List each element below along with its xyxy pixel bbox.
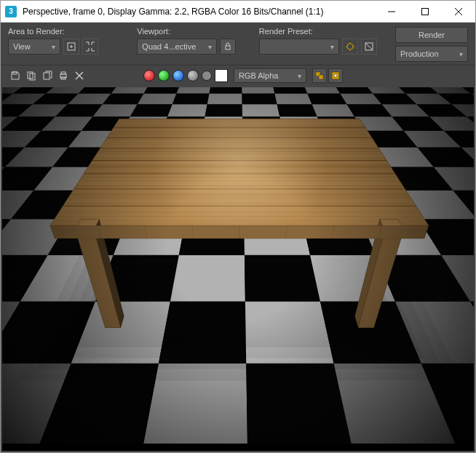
render-window: 3 Perspective, frame 0, Display Gamma: 2… bbox=[0, 0, 476, 453]
viewport-value: Quad 4...ective bbox=[142, 42, 196, 51]
copy-icon[interactable] bbox=[24, 68, 39, 83]
channel-alpha-icon[interactable] bbox=[187, 70, 199, 81]
window-controls bbox=[375, 1, 475, 22]
render-button[interactable]: Render bbox=[395, 27, 468, 43]
render-preset-label: Render Preset: bbox=[259, 27, 381, 36]
render-button-label: Render bbox=[419, 31, 445, 39]
render-toolbar: RGB Alpha bbox=[1, 65, 475, 86]
production-dropdown[interactable]: Production bbox=[395, 46, 468, 62]
production-value: Production bbox=[400, 49, 439, 58]
area-to-render-label: Area to Render: bbox=[8, 27, 122, 36]
channel-mono-icon[interactable] bbox=[202, 71, 212, 81]
svg-rect-8 bbox=[13, 72, 17, 74]
preset-env-icon[interactable] bbox=[361, 39, 377, 55]
app-icon: 3 bbox=[5, 6, 17, 17]
titlebar: 3 Perspective, frame 0, Display Gamma: 2… bbox=[1, 1, 475, 23]
viewport-label: Viewport: bbox=[137, 27, 245, 36]
area-to-render-dropdown[interactable]: View bbox=[8, 39, 60, 55]
window-title: Perspective, frame 0, Display Gamma: 2.2… bbox=[23, 7, 375, 17]
channel-red-icon[interactable] bbox=[143, 70, 155, 81]
viewport-dropdown[interactable]: Quad 4...ective bbox=[137, 39, 217, 55]
print-icon[interactable] bbox=[56, 68, 71, 83]
close-button[interactable] bbox=[442, 1, 475, 22]
render-image bbox=[2, 87, 474, 444]
channel-green-icon[interactable] bbox=[158, 70, 170, 81]
minimize-button[interactable] bbox=[375, 1, 408, 22]
svg-rect-1 bbox=[422, 8, 429, 15]
area-edit-icon[interactable] bbox=[63, 39, 79, 55]
channel-blue-icon[interactable] bbox=[172, 70, 184, 81]
save-icon[interactable] bbox=[8, 68, 23, 83]
viewport-area bbox=[1, 86, 475, 452]
channel-dropdown[interactable]: RGB Alpha bbox=[234, 68, 306, 83]
lock-viewport-button[interactable] bbox=[220, 39, 236, 55]
clone-icon[interactable] bbox=[40, 68, 55, 83]
toggle-overlay-icon[interactable] bbox=[312, 68, 327, 83]
maximize-button[interactable] bbox=[408, 1, 442, 22]
delete-icon[interactable] bbox=[72, 68, 87, 83]
render-preset-dropdown[interactable] bbox=[259, 39, 339, 55]
area-to-render-value: View bbox=[13, 42, 31, 51]
svg-rect-18 bbox=[319, 75, 323, 79]
svg-point-6 bbox=[347, 44, 353, 49]
svg-rect-11 bbox=[44, 73, 49, 79]
area-crop-icon[interactable] bbox=[82, 39, 98, 55]
channel-dropdown-value: RGB Alpha bbox=[239, 71, 278, 80]
render-viewport[interactable] bbox=[2, 87, 474, 451]
svg-point-20 bbox=[334, 74, 337, 77]
toggle-compare-icon[interactable] bbox=[328, 68, 343, 83]
render-options-panel: Area to Render: View Viewport: Quad 4...… bbox=[1, 23, 475, 65]
svg-rect-5 bbox=[226, 46, 230, 49]
svg-rect-13 bbox=[61, 72, 66, 74]
color-swatch[interactable] bbox=[215, 69, 228, 82]
preset-setup-icon[interactable] bbox=[342, 39, 358, 55]
